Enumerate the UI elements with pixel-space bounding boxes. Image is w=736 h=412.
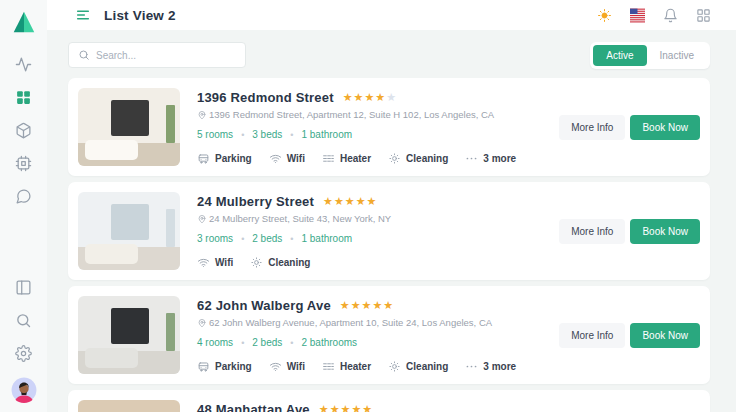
listing-address: 62 John Walberg Avenue, Apartment 10, Su… bbox=[197, 317, 547, 328]
star-empty-icon: ★ bbox=[386, 92, 396, 103]
rating-stars: ★★★★★ bbox=[340, 300, 393, 311]
detail-separator: • bbox=[290, 130, 293, 140]
cube-icon bbox=[15, 122, 32, 139]
amenity-parking: Parking bbox=[197, 360, 252, 373]
detail-item: 1 bathroom bbox=[301, 129, 352, 140]
apps-grid-button[interactable] bbox=[694, 6, 712, 24]
sidebar-item-gear[interactable] bbox=[9, 338, 39, 368]
listing-card: 1396 Redmond Street ★★★★★ 1396 Redmond S… bbox=[68, 78, 710, 176]
amenity-label: 3 more bbox=[483, 361, 516, 372]
amenity-label: Parking bbox=[215, 153, 252, 164]
book-now-button[interactable]: Book Now bbox=[630, 323, 700, 348]
amenity-label: Cleaning bbox=[406, 361, 448, 372]
amenity-list: ParkingWifiHeaterCleaning3 more bbox=[197, 152, 547, 165]
header: List View 2 bbox=[47, 0, 736, 30]
star-filled-icon: ★ bbox=[364, 92, 374, 103]
listing-title: 62 John Walberg Ave bbox=[197, 298, 331, 313]
filter-active-button[interactable]: Active bbox=[593, 45, 646, 66]
listing-title: 1396 Redmond Street bbox=[197, 90, 334, 105]
sidebar bbox=[0, 0, 47, 412]
main-area: List View 2 Active Inactive bbox=[47, 0, 736, 412]
star-filled-icon: ★ bbox=[367, 196, 377, 207]
sidebar-item-dashboard-grid[interactable] bbox=[9, 82, 39, 112]
listing-address-text: 1396 Redmond Street, Apartment 12, Suite… bbox=[209, 109, 494, 120]
cleaning-icon bbox=[388, 360, 401, 373]
search-box bbox=[68, 42, 246, 68]
sidebar-item-columns[interactable] bbox=[9, 272, 39, 302]
listing-address: 1396 Redmond Street, Apartment 12, Suite… bbox=[197, 109, 547, 120]
sidebar-bottom bbox=[9, 272, 39, 371]
page-title: List View 2 bbox=[104, 8, 176, 23]
sidebar-item-cube[interactable] bbox=[9, 115, 39, 145]
star-filled-icon: ★ bbox=[343, 92, 353, 103]
star-filled-icon: ★ bbox=[319, 404, 329, 412]
parking-icon bbox=[197, 152, 210, 165]
sidebar-item-cpu[interactable] bbox=[9, 148, 39, 178]
content: Active Inactive 1396 Redmond Street ★★★★… bbox=[47, 30, 736, 412]
listing-title: 24 Mulberry Street bbox=[197, 194, 314, 209]
star-filled-icon: ★ bbox=[345, 196, 355, 207]
listing-details: 3 rooms•2 beds•1 bathroom bbox=[197, 233, 547, 244]
amenity-cleaning: Cleaning bbox=[388, 360, 448, 373]
star-filled-icon: ★ bbox=[323, 196, 333, 207]
rating-stars: ★★★★★ bbox=[323, 196, 376, 207]
star-filled-icon: ★ bbox=[351, 300, 361, 311]
detail-item: 5 rooms bbox=[197, 129, 233, 140]
hamburger-menu-icon[interactable] bbox=[75, 7, 91, 23]
book-now-button[interactable]: Book Now bbox=[630, 219, 700, 244]
gear-icon bbox=[15, 345, 32, 362]
amenity-wifi: Wifi bbox=[197, 256, 233, 269]
detail-separator: • bbox=[241, 130, 244, 140]
amenity-list: WifiCleaning bbox=[197, 256, 547, 269]
listing-photo bbox=[78, 296, 180, 374]
star-filled-icon: ★ bbox=[334, 196, 344, 207]
detail-separator: • bbox=[241, 234, 244, 244]
more-info-button[interactable]: More Info bbox=[559, 323, 625, 348]
header-actions bbox=[595, 6, 712, 24]
heater-icon bbox=[322, 360, 335, 373]
sidebar-item-activity[interactable] bbox=[9, 49, 39, 79]
star-filled-icon: ★ bbox=[356, 196, 366, 207]
detail-item: 2 beds bbox=[252, 337, 282, 348]
card-actions: More Info Book Now bbox=[559, 115, 700, 140]
user-avatar[interactable] bbox=[11, 377, 37, 403]
sun-button[interactable] bbox=[595, 6, 613, 24]
bell-button[interactable] bbox=[661, 6, 679, 24]
star-filled-icon: ★ bbox=[330, 404, 340, 412]
more-info-button[interactable]: More Info bbox=[559, 219, 625, 244]
user-avatar-icon bbox=[11, 377, 37, 403]
amenity-more: 3 more bbox=[465, 152, 516, 165]
location-pin-icon bbox=[197, 214, 207, 224]
amenity-cleaning: Cleaning bbox=[250, 256, 310, 269]
amenity-list: ParkingWifiHeaterCleaning3 more bbox=[197, 360, 547, 373]
listing-card: 62 John Walberg Ave ★★★★★ 62 John Walber… bbox=[68, 286, 710, 384]
amenity-label: Cleaning bbox=[268, 257, 310, 268]
amenity-more: 3 more bbox=[465, 360, 516, 373]
sidebar-item-chat-bubble[interactable] bbox=[9, 181, 39, 211]
listing-card: 24 Mulberry Street ★★★★★ 24 Mulberry Str… bbox=[68, 182, 710, 280]
detail-item: 3 beds bbox=[252, 129, 282, 140]
location-pin-icon bbox=[197, 110, 207, 120]
cleaning-icon bbox=[250, 256, 263, 269]
search-input[interactable] bbox=[96, 50, 236, 61]
book-now-button[interactable]: Book Now bbox=[630, 115, 700, 140]
us-flag-icon bbox=[630, 8, 645, 23]
app-logo[interactable] bbox=[11, 9, 37, 35]
more-info-button[interactable]: More Info bbox=[559, 115, 625, 140]
filter-inactive-button[interactable]: Inactive bbox=[647, 45, 707, 66]
ellipsis-icon bbox=[465, 152, 478, 165]
amenity-parking: Parking bbox=[197, 152, 252, 165]
star-filled-icon: ★ bbox=[362, 404, 372, 412]
sidebar-item-search[interactable] bbox=[9, 305, 39, 335]
amenity-heater: Heater bbox=[322, 360, 371, 373]
card-actions: More Info Book Now bbox=[559, 219, 700, 244]
amenity-label: Heater bbox=[340, 153, 371, 164]
listing-address: 24 Mulberry Street, Suite 43, New York, … bbox=[197, 213, 547, 224]
us-flag-button[interactable] bbox=[628, 6, 646, 24]
detail-item: 4 rooms bbox=[197, 337, 233, 348]
amenity-label: Wifi bbox=[287, 153, 305, 164]
listing-address-text: 24 Mulberry Street, Suite 43, New York, … bbox=[209, 213, 391, 224]
amenity-heater: Heater bbox=[322, 152, 371, 165]
wifi-icon bbox=[197, 256, 210, 269]
app-window: List View 2 Active Inactive bbox=[0, 0, 736, 412]
